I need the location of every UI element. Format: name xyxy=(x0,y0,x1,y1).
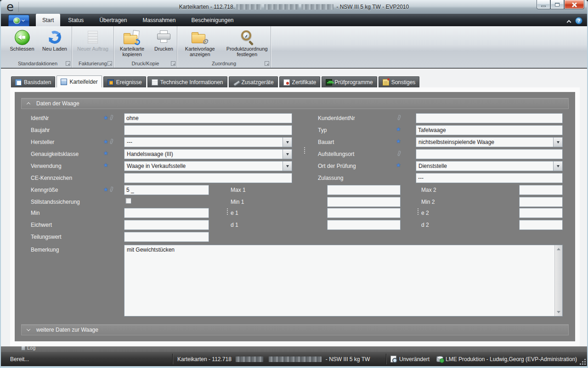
required-star-icon xyxy=(103,162,108,168)
schliessen-button[interactable]: Schliessen xyxy=(6,27,39,58)
folder-copy-icon xyxy=(124,30,141,44)
d1-input[interactable] xyxy=(327,220,401,230)
application-menu-button[interactable] xyxy=(8,15,29,26)
tab-zusatzgeraete[interactable]: Zusatzgeräte xyxy=(229,76,278,87)
d2-input[interactable] xyxy=(519,220,563,230)
drag-dots xyxy=(227,208,228,215)
ribbon-collapse-icon[interactable] xyxy=(567,20,571,24)
drag-dots xyxy=(418,208,418,215)
ribbon-tab-uebertragen[interactable]: Übertragen xyxy=(91,14,135,26)
titlebar: e Karteikarten - 112.718. - NSW III 5 kg… xyxy=(1,0,587,14)
verwendung-label: Verwendung xyxy=(31,163,62,169)
paperclip-icon xyxy=(109,138,114,145)
min2-input[interactable] xyxy=(519,197,563,207)
group-label: Standardaktionen xyxy=(4,61,72,66)
max2-input[interactable] xyxy=(519,185,563,195)
eichwert-input[interactable] xyxy=(124,220,209,230)
max1-label: Max 1 xyxy=(231,187,246,193)
section-header-daten-der-waage[interactable]: Daten der Waage xyxy=(21,98,569,109)
dropdown-arrow-icon[interactable] xyxy=(553,161,562,171)
tab-zertifikate[interactable]: Zertifikate xyxy=(279,76,321,87)
dropdown-arrow-icon[interactable] xyxy=(283,150,292,159)
aufstellungsort-input[interactable] xyxy=(416,149,563,159)
zulassung-input[interactable] xyxy=(416,173,563,183)
kundenidentnr-input[interactable] xyxy=(416,113,563,123)
dialog-launcher-icon[interactable] xyxy=(171,61,175,66)
minimize-button[interactable] xyxy=(537,0,550,9)
tab-basisdaten[interactable]: Basisdaten xyxy=(11,76,55,87)
dialog-launcher-icon[interactable] xyxy=(265,61,269,66)
unchanged-document-icon xyxy=(390,356,396,362)
dropdown-arrow-icon[interactable] xyxy=(553,138,562,147)
typ-input[interactable] xyxy=(416,125,563,135)
ribbon-group-standardaktionen: Schliessen Neu Laden Standardaktionen xyxy=(4,26,72,68)
ribbon-tab-massnahmen[interactable]: Massnahmen xyxy=(135,14,183,26)
help-icon[interactable] xyxy=(575,17,582,24)
genauigkeitsklasse-select[interactable]: Handelswaage (III) xyxy=(124,149,292,159)
max1-input[interactable] xyxy=(327,185,401,195)
section-header-weitere-daten[interactable]: weitere Daten zur Waage xyxy=(21,324,569,335)
tab-karteifelder[interactable]: Karteifelder xyxy=(57,75,102,87)
dialog-launcher-icon[interactable] xyxy=(107,61,112,66)
resize-grip[interactable] xyxy=(579,358,586,365)
neu-laden-button[interactable]: Neu Laden xyxy=(40,27,70,58)
kenngroesse-label: Kenngröße xyxy=(31,187,58,193)
document-icon xyxy=(152,79,158,86)
printer-icon xyxy=(157,30,171,44)
status-change-state: Unverändert xyxy=(390,352,430,366)
button-label: Schliessen xyxy=(10,46,34,52)
tab-ereignisse[interactable]: Ereignisse xyxy=(103,76,146,87)
log-strip: Log xyxy=(1,346,587,352)
min-label: Min xyxy=(31,210,40,216)
dropdown-arrow-icon[interactable] xyxy=(283,161,292,171)
kenngroesse-input[interactable] xyxy=(124,185,209,195)
required-star-icon xyxy=(396,126,401,132)
ribbon-tab-start[interactable]: Start xyxy=(36,14,60,26)
e1-input[interactable] xyxy=(327,208,401,218)
status-bar: Bereit... Karteikarten - 112.718 - NSW I… xyxy=(1,352,587,366)
log-panel-tab[interactable]: Log xyxy=(21,346,35,352)
required-star-icon xyxy=(103,187,108,193)
min1-label: Min 1 xyxy=(231,199,244,205)
identnr-input[interactable] xyxy=(124,113,292,123)
ce-kennzeichen-input[interactable] xyxy=(124,173,292,183)
maximize-button[interactable] xyxy=(550,0,564,9)
ribbon-tab-bescheinigungen[interactable]: Bescheinigungen xyxy=(183,14,241,26)
ort-der-pruefung-select[interactable]: Dienststelle xyxy=(416,161,563,171)
karteikarte-kopieren-button[interactable]: Karteikarte kopieren xyxy=(114,27,150,58)
hersteller-select[interactable]: --- xyxy=(124,137,292,147)
tab-sonstiges[interactable]: Sonstiges xyxy=(379,76,420,87)
min-input[interactable] xyxy=(124,208,209,218)
status-ready: Bereit... xyxy=(10,352,29,366)
baujahr-label: Baujahr xyxy=(31,127,50,133)
produktzuordnung-festlegen-button[interactable]: Produktzuordnung festlegen xyxy=(224,27,271,58)
ort-der-pruefung-label: Ort der Prüfung xyxy=(318,163,356,169)
tab-pruefprogramme[interactable]: Prüfprogramme xyxy=(322,76,377,87)
stillstandssicherung-checkbox[interactable] xyxy=(125,198,131,204)
bemerkung-textarea[interactable]: mit Gewichtstücken xyxy=(124,245,563,316)
zulassung-label: Zulassung xyxy=(318,175,343,181)
min1-input[interactable] xyxy=(327,197,401,207)
close-button[interactable] xyxy=(564,0,584,9)
bauart-select[interactable]: nichtselbsteinspielende Waage xyxy=(416,137,563,147)
status-doc-prefix: Karteikarten - 112.718 xyxy=(177,356,232,362)
scrollbar[interactable] xyxy=(554,245,562,316)
stillstandssicherung-label: Stillstandssicherung xyxy=(31,199,80,205)
ribbon-tab-status[interactable]: Status xyxy=(60,14,91,26)
dialog-launcher-icon[interactable] xyxy=(66,61,70,66)
karteivorlage-anzeigen-button[interactable]: Karteivorlage anzeigen xyxy=(177,27,223,58)
tab-technische-informationen[interactable]: Technische Informationen xyxy=(147,76,227,87)
teilungswert-input[interactable] xyxy=(124,232,209,242)
verwendung-select[interactable]: Waage in Verkaufsstelle xyxy=(124,161,292,171)
verwendung-value: Waage in Verkaufsstelle xyxy=(124,163,283,169)
chevron-down-icon xyxy=(22,18,25,22)
status-doc-suffix: - NSW III 5 kg TW xyxy=(326,356,370,362)
e2-input[interactable] xyxy=(519,208,563,218)
drucken-button[interactable]: Drucken xyxy=(151,27,177,58)
required-star-icon xyxy=(103,115,108,121)
scroll-down-icon[interactable] xyxy=(555,309,562,316)
baujahr-input[interactable] xyxy=(124,125,292,135)
neuer-auftrag-button[interactable]: Neuer Auftrag xyxy=(74,27,111,58)
dropdown-arrow-icon[interactable] xyxy=(283,138,292,147)
scroll-up-icon[interactable] xyxy=(555,245,562,253)
